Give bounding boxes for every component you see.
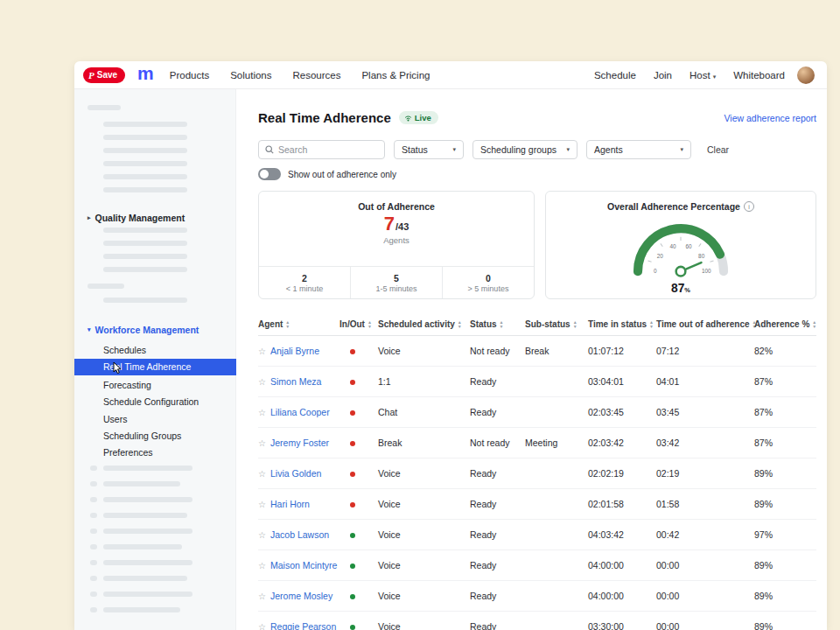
sidebar-item-schedule-configuration[interactable]: Schedule Configuration — [74, 394, 236, 410]
table-row: ☆Simon Meza1:1Ready03:04:0104:0187% — [258, 367, 816, 397]
skeleton-bar — [103, 135, 187, 140]
column-header-adherence[interactable]: Adherence %▲▼ — [754, 319, 807, 329]
search-input[interactable]: Search — [258, 140, 385, 159]
adherence-cell: 89% — [754, 499, 807, 509]
agent-cell: ☆Livia Golden — [258, 468, 340, 479]
status-cell: Ready — [470, 621, 525, 630]
column-header-in-out[interactable]: In/Out▲▼ — [340, 319, 378, 329]
skeleton-bar — [88, 284, 124, 289]
sort-icon: ▲▼ — [812, 320, 816, 328]
save-label: Save — [97, 70, 117, 80]
sidebar-item-forecasting[interactable]: Forecasting — [74, 377, 236, 394]
sidebar-item-users[interactable]: Users — [74, 411, 236, 428]
column-header-status[interactable]: Status▲▼ — [470, 319, 525, 329]
nav-item-host[interactable]: Host▾ — [690, 70, 716, 80]
time-out-of-adherence-cell: 02:19 — [656, 468, 754, 479]
nav-item-solutions[interactable]: Solutions — [230, 70, 271, 80]
out-of-adherence-count: 7 — [384, 213, 395, 235]
agent-cell: ☆Maison Mcintyre — [258, 560, 340, 570]
agent-link[interactable]: Livia Golden — [270, 468, 321, 479]
column-header-time-out-of-adherence[interactable]: Time out of adherence▲▼ — [656, 319, 754, 329]
sidebar-item-quality-management[interactable]: ▸ Quality Management — [74, 211, 235, 225]
agent-link[interactable]: Liliana Cooper — [270, 407, 330, 417]
agent-link[interactable]: Hari Horn — [270, 499, 310, 509]
sidebar-item-real-time-adherence[interactable]: Real Time Adherence — [74, 359, 236, 375]
mouse-cursor — [113, 361, 122, 374]
toggle-knob — [260, 170, 269, 178]
activity-cell: Voice — [378, 468, 470, 479]
sidebar-item-schedules[interactable]: Schedules — [74, 342, 236, 359]
svg-text:0: 0 — [654, 268, 657, 274]
nav-item-resources[interactable]: Resources — [292, 70, 340, 80]
star-icon[interactable]: ☆ — [258, 561, 266, 570]
star-icon[interactable]: ☆ — [258, 438, 266, 448]
nav-item-plans-pricing[interactable]: Plans & Pricing — [361, 70, 430, 80]
info-icon[interactable]: i — [744, 201, 754, 212]
agent-link[interactable]: Jacob Lawson — [270, 529, 329, 540]
agent-link[interactable]: Reggie Pearson — [270, 621, 336, 630]
clear-filters-button[interactable]: Clear — [707, 144, 729, 155]
filter-select-scheduling-groups[interactable]: Scheduling groups▾ — [472, 140, 578, 159]
nav-item-products[interactable]: Products — [170, 70, 209, 80]
skeleton-bar — [103, 267, 187, 272]
skeleton-bar — [103, 148, 187, 153]
star-icon[interactable]: ☆ — [258, 592, 266, 601]
agent-link[interactable]: Simon Meza — [270, 376, 321, 387]
agent-cell: ☆Jerome Mosley — [258, 591, 340, 601]
column-header-agent[interactable]: Agent▲▼ — [258, 319, 340, 329]
inout-cell — [340, 468, 378, 479]
toggle-label: Show out of adherence only — [288, 170, 396, 179]
nav-item-join[interactable]: Join — [654, 70, 672, 80]
table-header-row: Agent▲▼In/Out▲▼Scheduled activity▲▼Statu… — [258, 313, 816, 336]
column-header-time-in-status[interactable]: Time in status▲▼ — [588, 319, 656, 329]
skeleton-bar — [103, 298, 187, 303]
agent-link[interactable]: Maison Mcintyre — [270, 560, 337, 570]
skeleton-bar — [103, 241, 187, 246]
sidebar: ▸ Quality Management ▾ Workforce Managem… — [74, 89, 236, 630]
view-adherence-report-link[interactable]: View adherence report — [724, 113, 816, 123]
skeleton-bar — [90, 528, 97, 534]
pinterest-save-button[interactable]: P Save — [83, 67, 125, 83]
sort-icon: ▲▼ — [649, 320, 654, 328]
inout-cell — [340, 529, 378, 540]
table-row: ☆Maison McintyreVoiceReady04:00:0000:008… — [258, 550, 816, 581]
adherence-cell: 89% — [754, 591, 807, 601]
column-header-sub-status[interactable]: Sub-status▲▼ — [525, 319, 588, 329]
filter-select-agents[interactable]: Agents▾ — [586, 140, 691, 159]
status-cell: Ready — [470, 499, 525, 509]
star-icon[interactable]: ☆ — [258, 408, 266, 417]
star-icon[interactable]: ☆ — [258, 377, 266, 387]
show-out-of-adherence-toggle[interactable] — [258, 168, 281, 180]
app-window: P Save m ProductsSolutionsResourcesPlans… — [74, 61, 827, 630]
brand-logo[interactable]: m — [137, 63, 154, 84]
star-icon[interactable]: ☆ — [258, 346, 266, 356]
skeleton-bar — [103, 481, 180, 486]
status-cell: Ready — [470, 468, 525, 479]
nav-item-schedule[interactable]: Schedule — [594, 70, 636, 80]
time-out-of-adherence-cell: 04:01 — [656, 376, 754, 387]
pinterest-icon: P — [88, 70, 94, 80]
chevron-down-icon: ▾ — [713, 74, 717, 80]
nav-item-whiteboard[interactable]: Whiteboard — [733, 70, 785, 80]
status-dot-green — [350, 533, 355, 538]
sidebar-item-preferences[interactable]: Preferences — [74, 444, 236, 461]
sidebar-item-scheduling-groups[interactable]: Scheduling Groups — [74, 428, 236, 444]
adherence-cell: 97% — [754, 529, 807, 540]
sidebar-item-workforce-management[interactable]: ▾ Workforce Management — [74, 323, 235, 337]
avatar[interactable] — [797, 66, 815, 84]
column-label: In/Out — [340, 319, 365, 329]
star-icon[interactable]: ☆ — [258, 469, 266, 479]
star-icon[interactable]: ☆ — [258, 500, 266, 509]
agent-link[interactable]: Jeremy Foster — [270, 438, 329, 448]
agent-link[interactable]: Anjali Byrne — [270, 346, 319, 356]
time-in-status-cell: 02:02:19 — [588, 468, 656, 479]
column-header-scheduled-activity[interactable]: Scheduled activity▲▼ — [378, 319, 470, 329]
filter-select-status[interactable]: Status▾ — [394, 140, 464, 159]
star-icon[interactable]: ☆ — [258, 622, 266, 630]
sort-icon: ▲▼ — [285, 320, 290, 328]
agent-link[interactable]: Jerome Mosley — [270, 591, 332, 601]
skeleton-bar — [90, 513, 97, 518]
star-icon[interactable]: ☆ — [258, 530, 266, 540]
time-in-status-cell: 04:00:00 — [588, 560, 656, 570]
nav-right-items: ScheduleJoinHost▾Whiteboard — [594, 70, 785, 80]
